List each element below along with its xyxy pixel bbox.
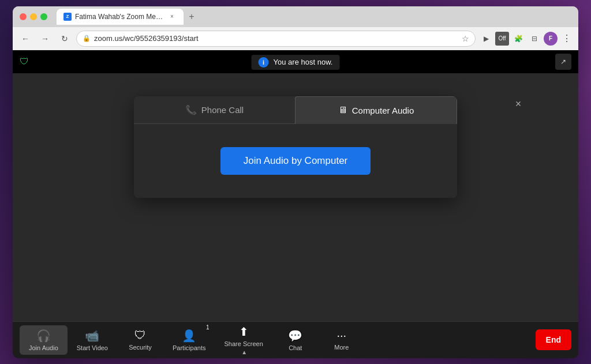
security-lock-icon: 🔒 xyxy=(83,35,91,42)
host-notification-text: You are host now. xyxy=(274,58,333,66)
audio-tabs: 📞 Phone Call 🖥 Computer Audio xyxy=(134,96,457,124)
profile-avatar[interactable]: F xyxy=(544,32,558,46)
more-label: More xyxy=(334,344,349,351)
audio-body: Join Audio by Computer xyxy=(134,124,457,198)
join-audio-computer-button[interactable]: Join Audio by Computer xyxy=(220,147,371,175)
tab-title: Fatima Wahab's Zoom Meeting xyxy=(75,13,164,21)
chat-icon: 💬 xyxy=(288,329,302,343)
share-screen-label: Share Screen xyxy=(224,340,263,347)
browser-menu-button[interactable]: ⋮ xyxy=(560,32,574,45)
participants-button[interactable]: 👤1 Participants xyxy=(163,325,215,355)
extensions-area: ▶ Off 🧩 ⊟ F ⋮ xyxy=(479,32,574,46)
headphone-icon: 🎧 xyxy=(36,329,51,343)
participant-count: 1 xyxy=(206,324,210,331)
extension-off-icon[interactable]: Off xyxy=(495,32,509,46)
expand-button[interactable]: ↗ xyxy=(555,54,571,70)
chat-label: Chat xyxy=(289,344,302,351)
cast-extension-icon[interactable]: ▶ xyxy=(479,32,493,46)
toolbar: 🎧 Join Audio 📹 Start Video 🛡 Security 👤1… xyxy=(13,321,578,358)
back-button[interactable]: ← xyxy=(17,31,33,47)
share-screen-icon: ⬆ xyxy=(239,325,249,339)
tab-favicon: Z xyxy=(63,13,72,21)
meeting-area: 📞 Phone Call 🖥 Computer Audio Join Audio… xyxy=(13,73,578,321)
traffic-lights xyxy=(20,13,47,20)
more-icon: ··· xyxy=(336,329,346,342)
tab-computer-audio[interactable]: 🖥 Computer Audio xyxy=(295,96,457,124)
maximize-window-button[interactable] xyxy=(40,13,47,20)
title-bar: Z Fatima Wahab's Zoom Meeting × + xyxy=(13,6,578,27)
participants-icon: 👤1 xyxy=(182,329,196,343)
phone-tab-label: Phone Call xyxy=(201,105,244,115)
info-icon: i xyxy=(259,57,269,67)
zoom-content: 🛡 i You are host now. ↗ 📞 Phone Call xyxy=(13,50,578,358)
puzzle-icon[interactable]: 🧩 xyxy=(511,32,525,46)
security-label: Security xyxy=(129,344,152,351)
shield-icon: 🛡 xyxy=(20,57,29,67)
nav-bar: ← → ↻ 🔒 zoom.us/wc/95526359193/start ☆ ▶… xyxy=(13,27,578,50)
join-audio-label: Join Audio xyxy=(29,344,58,351)
tab-phone-call[interactable]: 📞 Phone Call xyxy=(134,96,295,123)
video-off-icon: 📹 xyxy=(85,329,99,343)
chat-button[interactable]: 💬 Chat xyxy=(272,325,319,355)
browser-window: Z Fatima Wahab's Zoom Meeting × + ← → ↻ … xyxy=(13,6,578,358)
computer-audio-tab-label: Computer Audio xyxy=(352,106,414,115)
start-video-label: Start Video xyxy=(77,344,108,351)
monitor-icon: 🖥 xyxy=(338,105,347,115)
refresh-button[interactable]: ↻ xyxy=(57,31,73,47)
tab-close-button[interactable]: × xyxy=(167,12,177,21)
new-tab-button[interactable]: + xyxy=(184,9,200,25)
more-button[interactable]: ··· More xyxy=(319,325,365,354)
address-bar[interactable]: 🔒 zoom.us/wc/95526359193/start ☆ xyxy=(76,31,476,47)
participants-label: Participants xyxy=(173,344,205,351)
security-button[interactable]: 🛡 Security xyxy=(117,325,163,354)
tab-bar: Z Fatima Wahab's Zoom Meeting × + xyxy=(57,9,571,25)
close-modal-button[interactable]: × xyxy=(510,96,526,112)
minimize-window-button[interactable] xyxy=(30,13,37,20)
share-screen-caret: ▲ xyxy=(241,349,247,355)
close-window-button[interactable] xyxy=(20,13,27,20)
start-video-button[interactable]: 📹 Start Video xyxy=(68,325,117,355)
browser-chrome: Z Fatima Wahab's Zoom Meeting × + ← → ↻ … xyxy=(13,6,578,50)
menu-ext-icon[interactable]: ⊟ xyxy=(528,32,541,46)
bookmark-icon[interactable]: ☆ xyxy=(462,34,469,43)
browser-tab[interactable]: Z Fatima Wahab's Zoom Meeting × xyxy=(57,9,184,25)
url-text: zoom.us/wc/95526359193/start xyxy=(94,34,458,43)
modal-wrapper: 📞 Phone Call 🖥 Computer Audio Join Audio… xyxy=(134,96,457,198)
audio-modal: 📞 Phone Call 🖥 Computer Audio Join Audio… xyxy=(134,96,457,198)
security-icon: 🛡 xyxy=(134,329,146,342)
forward-button[interactable]: → xyxy=(37,31,53,47)
host-bar: 🛡 i You are host now. ↗ xyxy=(13,50,578,73)
host-notification: i You are host now. xyxy=(252,55,340,70)
end-button[interactable]: End xyxy=(536,329,571,350)
join-audio-button[interactable]: 🎧 Join Audio xyxy=(20,325,68,355)
phone-icon: 📞 xyxy=(185,104,197,115)
share-screen-button[interactable]: ⬆ Share Screen ▲ xyxy=(215,321,272,358)
